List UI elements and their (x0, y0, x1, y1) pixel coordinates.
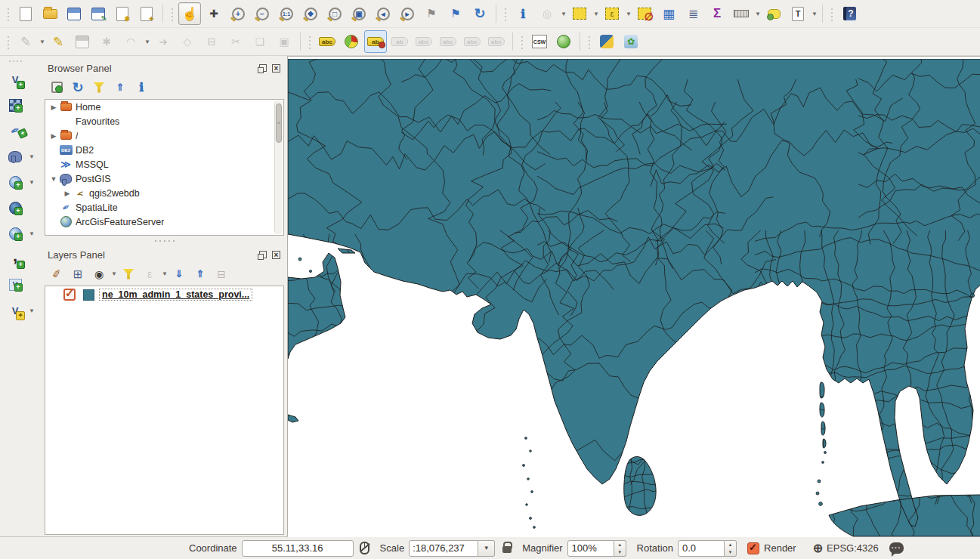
open-project-button[interactable] (39, 2, 61, 25)
render-checkbox[interactable] (747, 542, 759, 554)
crs-status-icon[interactable]: ⊕ (813, 541, 823, 555)
manage-layer-visibility-button[interactable]: ◉ (89, 265, 109, 283)
scale-combo[interactable]: :18,076,237 (409, 540, 478, 557)
add-postgis-layer-dropdown-arrow[interactable]: ▼ (28, 153, 36, 160)
browser-item-db2[interactable]: DB2DB2 (45, 143, 283, 157)
browser-item-favourites[interactable]: Favourites (45, 114, 283, 128)
browser-item-mssql[interactable]: ≫MSSQL (45, 157, 283, 171)
select-by-expression-dropdown-arrow[interactable]: ▼ (625, 11, 632, 17)
browser-item--[interactable]: ▶/ (45, 128, 283, 143)
layer-name[interactable]: ne_10m_admin_1_states_provi... (99, 289, 252, 301)
filter-legend-by-expression-dropdown-arrow[interactable]: ▼ (161, 270, 168, 277)
refresh-browser-button[interactable]: ↻ (68, 79, 88, 97)
spin-down-icon[interactable]: ▼ (614, 548, 626, 556)
pin-unpin-labels-button[interactable]: ab (364, 30, 387, 53)
toolbar-grip[interactable] (6, 6, 11, 21)
toolbar-grip[interactable] (830, 6, 834, 21)
show-bookmarks-button[interactable]: ⚑ (444, 2, 467, 25)
run-feature-action-dropdown-arrow[interactable]: ▼ (560, 11, 567, 17)
scale-dropdown-button[interactable]: ▼ (478, 540, 495, 557)
zoom-next-button[interactable]: ▸ (396, 2, 419, 25)
collapse-all-browser-button[interactable]: ⇑ (110, 79, 130, 97)
zoom-last-button[interactable]: ◂ (372, 2, 394, 25)
toolbar-grip[interactable] (308, 34, 312, 49)
scrollbar-thumb[interactable] (276, 103, 282, 143)
filter-legend-by-map-button[interactable] (119, 265, 138, 283)
spin-up-icon[interactable]: ▲ (725, 541, 736, 548)
add-delimited-text-layer-button[interactable]: , (3, 247, 27, 271)
toolbar-grip[interactable] (520, 34, 524, 49)
layers-panel-float-button[interactable] (258, 250, 267, 260)
layers-panel-close-button[interactable]: × (271, 250, 281, 260)
current-edits-dropdown-arrow[interactable]: ▼ (39, 39, 46, 45)
identify-features-button[interactable]: ℹ (512, 2, 534, 25)
new-bookmark-button[interactable]: ⚑ (420, 2, 443, 25)
browser-scrollbar[interactable] (274, 100, 283, 234)
zoom-native-button[interactable]: 1:1 (275, 2, 298, 25)
layer-labeling-options-button[interactable]: abc (316, 30, 339, 53)
add-spatialite-layer-button[interactable]: ✒ (3, 119, 27, 143)
refresh-map-button[interactable]: ↻ (468, 2, 491, 25)
magnifier-input[interactable]: 100% (567, 540, 614, 557)
text-annotation-button[interactable]: T (787, 2, 809, 25)
coordinate-input[interactable]: 55.11,33.16 (242, 540, 354, 557)
add-raster-layer-button[interactable] (3, 93, 27, 117)
add-wfs-layer-button[interactable]: V (3, 221, 27, 246)
toolbar-grip[interactable] (587, 34, 592, 49)
save-project-button[interactable] (63, 2, 85, 25)
new-print-composer-button[interactable] (111, 2, 134, 25)
rotation-input[interactable]: 0.0 (678, 540, 725, 557)
pan-to-selection-button[interactable]: ✚ (202, 2, 225, 25)
new-shapefile-layer-button[interactable]: V (3, 273, 27, 297)
python-console-button[interactable] (595, 30, 618, 53)
layer-diagram-options-button[interactable] (340, 30, 363, 53)
toolbar-grip[interactable] (6, 34, 11, 49)
collapse-all-layers-button[interactable]: ⇑ (190, 265, 210, 283)
map-canvas[interactable] (287, 56, 980, 536)
messages-log-icon[interactable]: ··· (889, 542, 904, 554)
add-wms-layer-dropdown-arrow[interactable]: ▼ (28, 179, 36, 186)
scale-lock-icon[interactable] (502, 546, 512, 553)
qgis2web-plugin-button[interactable]: ✿ (620, 30, 642, 53)
spin-down-icon[interactable]: ▼ (725, 548, 736, 556)
manage-layer-visibility-dropdown-arrow[interactable]: ▼ (110, 270, 118, 277)
browser-item-home[interactable]: ▶Home (45, 100, 283, 114)
select-by-expression-button[interactable]: ε (601, 2, 623, 25)
magnifier-spinner[interactable]: ▲▼ (614, 540, 626, 557)
rotation-spinner[interactable]: ▲▼ (725, 540, 737, 557)
add-group-button[interactable]: ⊞ (68, 265, 88, 283)
browser-panel-float-button[interactable] (258, 63, 267, 73)
measure-button[interactable] (730, 2, 753, 25)
toolbar-grip[interactable] (170, 6, 175, 21)
add-vector-layer-button[interactable]: V (3, 67, 27, 91)
select-features-dropdown-arrow[interactable]: ▼ (592, 11, 600, 17)
properties-widget-button[interactable]: ℹ (131, 79, 151, 97)
sum-features-button[interactable]: Σ (706, 2, 728, 25)
zoom-to-layer-button[interactable]: ▣ (348, 2, 370, 25)
add-postgis-layer-button[interactable] (3, 144, 27, 168)
expand-all-layers-button[interactable]: ⇓ (169, 265, 189, 283)
toolbar-grip[interactable] (503, 6, 508, 21)
open-attribute-table-button[interactable]: ▦ (657, 2, 680, 25)
text-annotation-dropdown-arrow[interactable]: ▼ (811, 11, 818, 17)
open-layer-styling-button[interactable]: ✐ (47, 265, 66, 283)
zoom-to-selection-button[interactable]: □ (323, 2, 346, 25)
crs-label[interactable]: EPSG:4326 (827, 542, 879, 554)
composer-manager-button[interactable] (135, 2, 158, 25)
deselect-all-button[interactable] (633, 2, 656, 25)
spin-up-icon[interactable]: ▲ (614, 541, 626, 548)
new-project-button[interactable] (14, 2, 37, 25)
add-wfs-layer-dropdown-arrow[interactable]: ▼ (28, 230, 36, 237)
expand-arrow-icon[interactable]: ▶ (48, 103, 59, 111)
expand-arrow-icon[interactable]: ▶ (48, 132, 59, 140)
browser-item-spatialite[interactable]: ✒SpatiaLite (45, 200, 283, 215)
toolbar-grip[interactable] (9, 59, 24, 63)
metasearch-csw-button[interactable]: CSW (528, 30, 551, 53)
add-selected-layers-button[interactable] (47, 79, 66, 97)
layer-row[interactable]: ne_10m_admin_1_states_provi... (45, 286, 283, 303)
browser-item-postgis[interactable]: ▼PostGIS (45, 171, 283, 186)
collapse-arrow-icon[interactable]: ▼ (48, 175, 59, 183)
layer-symbol-swatch[interactable] (83, 289, 94, 301)
new-temporary-scratch-layer-dropdown-arrow[interactable]: ▼ (28, 307, 36, 314)
add-wms-layer-button[interactable] (3, 170, 27, 194)
